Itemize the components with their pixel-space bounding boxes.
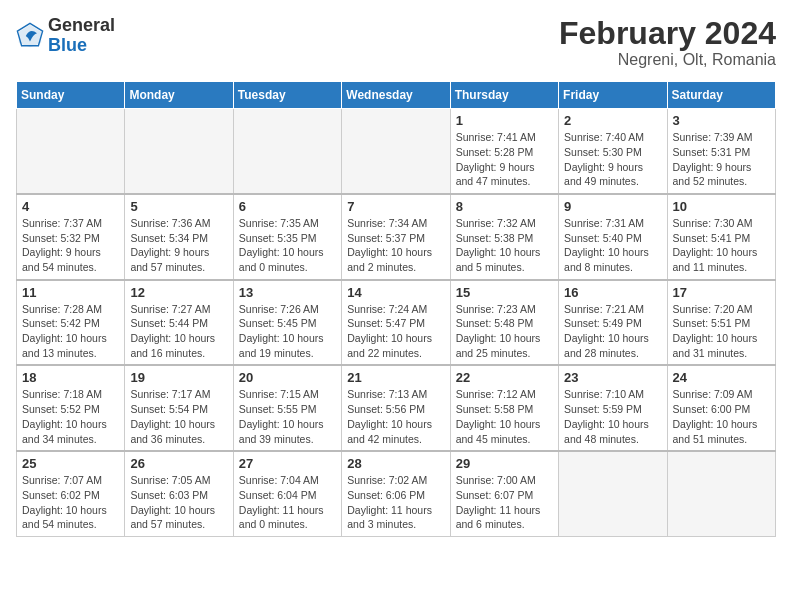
calendar-week-row: 25Sunrise: 7:07 AMSunset: 6:02 PMDayligh… xyxy=(17,451,776,536)
calendar-cell xyxy=(17,109,125,194)
day-of-week-header: Sunday xyxy=(17,82,125,109)
calendar-table: SundayMondayTuesdayWednesdayThursdayFrid… xyxy=(16,81,776,537)
calendar-cell: 20Sunrise: 7:15 AMSunset: 5:55 PMDayligh… xyxy=(233,365,341,451)
calendar-week-row: 4Sunrise: 7:37 AMSunset: 5:32 PMDaylight… xyxy=(17,194,776,280)
calendar-cell: 21Sunrise: 7:13 AMSunset: 5:56 PMDayligh… xyxy=(342,365,450,451)
calendar-cell: 24Sunrise: 7:09 AMSunset: 6:00 PMDayligh… xyxy=(667,365,775,451)
day-number: 27 xyxy=(239,456,336,471)
calendar-cell: 16Sunrise: 7:21 AMSunset: 5:49 PMDayligh… xyxy=(559,280,667,366)
calendar-week-row: 18Sunrise: 7:18 AMSunset: 5:52 PMDayligh… xyxy=(17,365,776,451)
day-number: 10 xyxy=(673,199,770,214)
calendar-cell: 17Sunrise: 7:20 AMSunset: 5:51 PMDayligh… xyxy=(667,280,775,366)
calendar-cell: 26Sunrise: 7:05 AMSunset: 6:03 PMDayligh… xyxy=(125,451,233,536)
day-number: 26 xyxy=(130,456,227,471)
day-of-week-header: Tuesday xyxy=(233,82,341,109)
day-number: 3 xyxy=(673,113,770,128)
calendar-cell: 10Sunrise: 7:30 AMSunset: 5:41 PMDayligh… xyxy=(667,194,775,280)
day-number: 1 xyxy=(456,113,553,128)
day-info: Sunrise: 7:02 AMSunset: 6:06 PMDaylight:… xyxy=(347,473,444,532)
day-of-week-header: Wednesday xyxy=(342,82,450,109)
day-number: 16 xyxy=(564,285,661,300)
calendar-cell: 19Sunrise: 7:17 AMSunset: 5:54 PMDayligh… xyxy=(125,365,233,451)
day-number: 7 xyxy=(347,199,444,214)
day-info: Sunrise: 7:12 AMSunset: 5:58 PMDaylight:… xyxy=(456,387,553,446)
title-block: February 2024 Negreni, Olt, Romania xyxy=(559,16,776,69)
day-info: Sunrise: 7:32 AMSunset: 5:38 PMDaylight:… xyxy=(456,216,553,275)
calendar-cell: 4Sunrise: 7:37 AMSunset: 5:32 PMDaylight… xyxy=(17,194,125,280)
calendar-cell xyxy=(559,451,667,536)
day-number: 4 xyxy=(22,199,119,214)
day-info: Sunrise: 7:28 AMSunset: 5:42 PMDaylight:… xyxy=(22,302,119,361)
day-info: Sunrise: 7:21 AMSunset: 5:49 PMDaylight:… xyxy=(564,302,661,361)
day-info: Sunrise: 7:34 AMSunset: 5:37 PMDaylight:… xyxy=(347,216,444,275)
calendar-cell: 13Sunrise: 7:26 AMSunset: 5:45 PMDayligh… xyxy=(233,280,341,366)
day-number: 2 xyxy=(564,113,661,128)
day-number: 20 xyxy=(239,370,336,385)
calendar-cell xyxy=(125,109,233,194)
day-of-week-header: Friday xyxy=(559,82,667,109)
day-info: Sunrise: 7:20 AMSunset: 5:51 PMDaylight:… xyxy=(673,302,770,361)
day-number: 6 xyxy=(239,199,336,214)
day-info: Sunrise: 7:37 AMSunset: 5:32 PMDaylight:… xyxy=(22,216,119,275)
day-number: 24 xyxy=(673,370,770,385)
day-of-week-header: Thursday xyxy=(450,82,558,109)
day-info: Sunrise: 7:39 AMSunset: 5:31 PMDaylight:… xyxy=(673,130,770,189)
calendar-cell: 27Sunrise: 7:04 AMSunset: 6:04 PMDayligh… xyxy=(233,451,341,536)
calendar-cell xyxy=(233,109,341,194)
calendar-header-row: SundayMondayTuesdayWednesdayThursdayFrid… xyxy=(17,82,776,109)
day-info: Sunrise: 7:15 AMSunset: 5:55 PMDaylight:… xyxy=(239,387,336,446)
day-number: 5 xyxy=(130,199,227,214)
day-info: Sunrise: 7:13 AMSunset: 5:56 PMDaylight:… xyxy=(347,387,444,446)
page-header: General Blue February 2024 Negreni, Olt,… xyxy=(16,16,776,69)
calendar-week-row: 1Sunrise: 7:41 AMSunset: 5:28 PMDaylight… xyxy=(17,109,776,194)
day-number: 19 xyxy=(130,370,227,385)
calendar-cell xyxy=(667,451,775,536)
day-number: 13 xyxy=(239,285,336,300)
calendar-cell: 11Sunrise: 7:28 AMSunset: 5:42 PMDayligh… xyxy=(17,280,125,366)
day-info: Sunrise: 7:27 AMSunset: 5:44 PMDaylight:… xyxy=(130,302,227,361)
day-info: Sunrise: 7:05 AMSunset: 6:03 PMDaylight:… xyxy=(130,473,227,532)
calendar-cell: 23Sunrise: 7:10 AMSunset: 5:59 PMDayligh… xyxy=(559,365,667,451)
calendar-cell: 9Sunrise: 7:31 AMSunset: 5:40 PMDaylight… xyxy=(559,194,667,280)
calendar-cell: 5Sunrise: 7:36 AMSunset: 5:34 PMDaylight… xyxy=(125,194,233,280)
calendar-cell: 6Sunrise: 7:35 AMSunset: 5:35 PMDaylight… xyxy=(233,194,341,280)
day-number: 17 xyxy=(673,285,770,300)
calendar-cell: 25Sunrise: 7:07 AMSunset: 6:02 PMDayligh… xyxy=(17,451,125,536)
calendar-subtitle: Negreni, Olt, Romania xyxy=(559,51,776,69)
calendar-cell: 7Sunrise: 7:34 AMSunset: 5:37 PMDaylight… xyxy=(342,194,450,280)
day-number: 9 xyxy=(564,199,661,214)
day-number: 15 xyxy=(456,285,553,300)
day-number: 21 xyxy=(347,370,444,385)
day-number: 11 xyxy=(22,285,119,300)
calendar-cell: 29Sunrise: 7:00 AMSunset: 6:07 PMDayligh… xyxy=(450,451,558,536)
day-info: Sunrise: 7:31 AMSunset: 5:40 PMDaylight:… xyxy=(564,216,661,275)
day-info: Sunrise: 7:40 AMSunset: 5:30 PMDaylight:… xyxy=(564,130,661,189)
calendar-week-row: 11Sunrise: 7:28 AMSunset: 5:42 PMDayligh… xyxy=(17,280,776,366)
day-number: 12 xyxy=(130,285,227,300)
day-info: Sunrise: 7:00 AMSunset: 6:07 PMDaylight:… xyxy=(456,473,553,532)
day-info: Sunrise: 7:17 AMSunset: 5:54 PMDaylight:… xyxy=(130,387,227,446)
calendar-title: February 2024 xyxy=(559,16,776,51)
day-number: 29 xyxy=(456,456,553,471)
calendar-cell: 22Sunrise: 7:12 AMSunset: 5:58 PMDayligh… xyxy=(450,365,558,451)
day-number: 28 xyxy=(347,456,444,471)
day-info: Sunrise: 7:36 AMSunset: 5:34 PMDaylight:… xyxy=(130,216,227,275)
calendar-cell: 18Sunrise: 7:18 AMSunset: 5:52 PMDayligh… xyxy=(17,365,125,451)
day-info: Sunrise: 7:18 AMSunset: 5:52 PMDaylight:… xyxy=(22,387,119,446)
day-info: Sunrise: 7:09 AMSunset: 6:00 PMDaylight:… xyxy=(673,387,770,446)
day-info: Sunrise: 7:30 AMSunset: 5:41 PMDaylight:… xyxy=(673,216,770,275)
logo-text: General Blue xyxy=(48,16,115,56)
calendar-cell: 3Sunrise: 7:39 AMSunset: 5:31 PMDaylight… xyxy=(667,109,775,194)
logo: General Blue xyxy=(16,16,115,56)
calendar-cell: 12Sunrise: 7:27 AMSunset: 5:44 PMDayligh… xyxy=(125,280,233,366)
calendar-cell: 14Sunrise: 7:24 AMSunset: 5:47 PMDayligh… xyxy=(342,280,450,366)
day-number: 23 xyxy=(564,370,661,385)
day-info: Sunrise: 7:07 AMSunset: 6:02 PMDaylight:… xyxy=(22,473,119,532)
day-info: Sunrise: 7:04 AMSunset: 6:04 PMDaylight:… xyxy=(239,473,336,532)
day-info: Sunrise: 7:26 AMSunset: 5:45 PMDaylight:… xyxy=(239,302,336,361)
day-number: 18 xyxy=(22,370,119,385)
day-number: 14 xyxy=(347,285,444,300)
day-of-week-header: Saturday xyxy=(667,82,775,109)
day-number: 25 xyxy=(22,456,119,471)
day-info: Sunrise: 7:35 AMSunset: 5:35 PMDaylight:… xyxy=(239,216,336,275)
